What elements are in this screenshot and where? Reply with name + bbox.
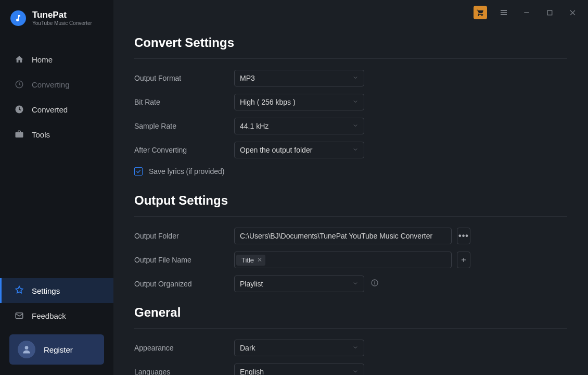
nav: Home Converting Converted Tools: [0, 47, 113, 147]
select-value: Playlist: [240, 280, 263, 288]
select-value: Dark: [240, 344, 255, 352]
select-after-converting[interactable]: Open the output folder: [234, 142, 364, 158]
row-output-file-name: Output File Name Title ✕: [134, 248, 567, 272]
converting-icon: [14, 79, 24, 90]
row-sample-rate: Sample Rate 44.1 kHz: [134, 114, 567, 138]
label-bit-rate: Bit Rate: [134, 98, 234, 106]
nav-label: Settings: [32, 286, 60, 295]
select-value: Open the output folder: [240, 146, 312, 154]
sidebar: TunePat YouTube Music Converter Home Con…: [0, 0, 113, 375]
nav-label: Converted: [32, 105, 68, 114]
info-icon[interactable]: [370, 279, 379, 289]
plus-icon: [460, 256, 467, 264]
minimize-button[interactable]: [520, 6, 533, 19]
chevron-down-icon: [352, 368, 359, 375]
svg-point-15: [375, 281, 375, 281]
select-output-organized[interactable]: Playlist: [234, 276, 364, 292]
music-note-icon: [14, 14, 22, 22]
select-bit-rate[interactable]: High ( 256 kbps ): [234, 94, 364, 110]
cart-icon: [476, 8, 484, 17]
nav-label: Home: [32, 55, 53, 64]
brand-subtitle: YouTube Music Converter: [32, 20, 92, 26]
row-appearance: Appearance Dark: [134, 336, 567, 360]
minimize-icon: [523, 9, 530, 16]
nav-tools[interactable]: Tools: [0, 122, 113, 147]
chevron-down-icon: [352, 344, 359, 352]
row-after-converting: After Converting Open the output folder: [134, 138, 567, 162]
tools-icon: [14, 129, 24, 140]
nav-label: Feedback: [32, 311, 66, 320]
select-value: MP3: [240, 74, 255, 82]
section-general-title: General: [134, 296, 567, 329]
brand-title: TunePat: [32, 10, 92, 20]
select-value: English: [240, 368, 264, 375]
label-save-lyrics: Save lyrics (if provided): [149, 167, 225, 176]
feedback-icon: [14, 310, 24, 321]
main: Convert Settings Output Format MP3 Bit R…: [113, 0, 588, 375]
checkbox-save-lyrics[interactable]: [134, 167, 143, 176]
nav-converted[interactable]: Converted: [0, 97, 113, 122]
maximize-button[interactable]: [543, 6, 556, 19]
tag-label: Title: [241, 256, 254, 264]
nav-label: Tools: [32, 130, 50, 139]
menu-button[interactable]: [497, 6, 510, 19]
chevron-down-icon: [352, 74, 359, 82]
register-label: Register: [44, 345, 73, 354]
tag-remove-button[interactable]: ✕: [257, 256, 262, 264]
label-output-format: Output Format: [134, 74, 234, 82]
section-output-title: Output Settings: [134, 184, 567, 217]
label-output-folder: Output Folder: [134, 232, 234, 240]
select-value: 44.1 kHz: [240, 122, 269, 130]
user-icon: [18, 341, 35, 358]
maximize-icon: [546, 9, 553, 16]
label-sample-rate: Sample Rate: [134, 122, 234, 130]
cart-button[interactable]: [474, 6, 487, 19]
label-output-organized: Output Organized: [134, 280, 234, 288]
row-languages: Languages English: [134, 360, 567, 375]
converted-icon: [14, 104, 24, 115]
nav-converting[interactable]: Converting: [0, 72, 113, 97]
chevron-down-icon: [352, 122, 359, 130]
check-icon: [135, 168, 142, 174]
add-tag-button[interactable]: [457, 252, 470, 268]
row-output-format: Output Format MP3: [134, 66, 567, 90]
nav-settings[interactable]: Settings: [0, 278, 113, 303]
browse-folder-button[interactable]: •••: [457, 228, 470, 244]
nav-label: Converting: [32, 80, 70, 89]
row-output-folder: Output Folder C:\Users\BJ\Documents\Tune…: [134, 224, 567, 248]
row-output-organized: Output Organized Playlist: [134, 272, 567, 296]
select-output-format[interactable]: MP3: [234, 70, 364, 86]
row-save-lyrics: Save lyrics (if provided): [134, 162, 567, 184]
close-button[interactable]: [566, 6, 579, 19]
brand: TunePat YouTube Music Converter: [0, 0, 113, 31]
chevron-down-icon: [352, 98, 359, 106]
select-sample-rate[interactable]: 44.1 kHz: [234, 118, 364, 134]
chevron-down-icon: [352, 280, 359, 288]
svg-rect-8: [547, 10, 552, 15]
path-value: C:\Users\BJ\Documents\TunePat YouTube Mu…: [240, 232, 432, 240]
row-bit-rate: Bit Rate High ( 256 kbps ): [134, 90, 567, 114]
nav-feedback[interactable]: Feedback: [0, 303, 113, 328]
section-convert-title: Convert Settings: [134, 26, 567, 59]
input-output-folder[interactable]: C:\Users\BJ\Documents\TunePat YouTube Mu…: [234, 228, 452, 244]
label-after-converting: After Converting: [134, 146, 234, 154]
nav-home[interactable]: Home: [0, 47, 113, 72]
tag-title: Title ✕: [236, 255, 265, 266]
select-appearance[interactable]: Dark: [234, 340, 364, 356]
settings-content: Convert Settings Output Format MP3 Bit R…: [113, 21, 588, 375]
settings-icon: [14, 285, 24, 296]
label-languages: Languages: [134, 368, 234, 375]
menu-icon: [499, 8, 508, 17]
label-output-file-name: Output File Name: [134, 256, 234, 264]
home-icon: [14, 54, 24, 65]
close-icon: [569, 9, 577, 17]
brand-logo: [10, 10, 26, 26]
titlebar: [113, 0, 588, 21]
input-output-file-name[interactable]: Title ✕: [234, 252, 452, 268]
select-languages[interactable]: English: [234, 364, 364, 375]
label-appearance: Appearance: [134, 344, 234, 352]
svg-point-3: [25, 346, 29, 349]
select-value: High ( 256 kbps ): [240, 98, 296, 106]
register-button[interactable]: Register: [9, 334, 104, 365]
ellipsis-icon: •••: [458, 231, 469, 241]
